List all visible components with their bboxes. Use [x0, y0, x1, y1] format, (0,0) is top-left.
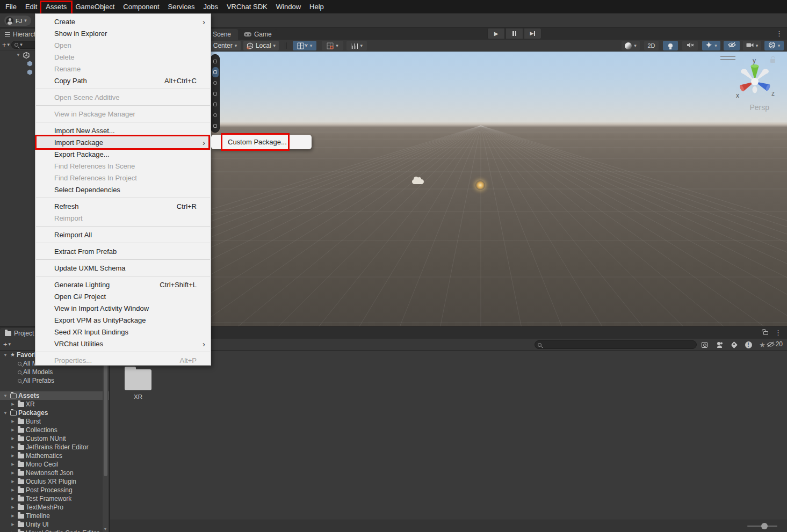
open-in-search-button[interactable]: [698, 340, 710, 349]
tree-item-all-models[interactable]: All Models: [0, 368, 109, 376]
tree-item-all-prefabs[interactable]: All Prefabs: [0, 376, 109, 385]
audio-toggle[interactable]: [682, 41, 698, 50]
project-content-area[interactable]: XR: [110, 351, 787, 520]
tool-orientation-button[interactable]: Local ▾: [243, 41, 279, 50]
collapsed-arrow-icon[interactable]: ▶: [10, 488, 16, 492]
tree-item-oculus-xr-plugin[interactable]: ▶Oculus XR Plugin: [0, 477, 109, 486]
menu-item-show-in-explorer[interactable]: Show in Explorer: [35, 27, 211, 39]
tool-pivot-button[interactable]: Center ▾: [210, 41, 241, 50]
scene-lighting-toggle[interactable]: [663, 41, 678, 50]
cloud-gizmo-icon[interactable]: [412, 179, 424, 184]
menubar-item-component[interactable]: Component: [119, 0, 163, 13]
folder-item-xr[interactable]: XR: [121, 369, 155, 400]
filter-by-label-button[interactable]: [728, 340, 740, 349]
menu-item-import-new-asset[interactable]: Import New Asset...: [35, 125, 211, 136]
menu-item-open-c-project[interactable]: Open C# Project: [35, 290, 211, 302]
scrollbar-down-arrow[interactable]: ▼: [103, 527, 108, 531]
collapsed-arrow-icon[interactable]: ▶: [10, 522, 16, 527]
project-menu-button[interactable]: ⋮: [775, 329, 782, 337]
menubar-item-help[interactable]: Help: [305, 0, 328, 13]
menu-item-select-dependencies[interactable]: Select Dependencies: [35, 184, 211, 195]
menubar-item-gameobject[interactable]: GameObject: [71, 0, 119, 13]
tab-scene[interactable]: Scene: [208, 29, 238, 40]
pause-button[interactable]: [506, 28, 523, 39]
menu-item-create[interactable]: Create›: [35, 16, 211, 27]
menu-item-reimport-all[interactable]: Reimport All: [35, 229, 211, 241]
gizmo-center[interactable]: [751, 78, 759, 85]
hidden-packages-toggle[interactable]: 20: [767, 340, 783, 348]
slider-knob[interactable]: [761, 523, 768, 529]
hierarchy-create-button[interactable]: + ▾: [2, 41, 10, 49]
menubar-item-window[interactable]: Window: [272, 0, 305, 13]
effects-toggle[interactable]: ▾: [702, 41, 720, 50]
import-package-submenu[interactable]: Custom Package...: [211, 135, 312, 149]
collapsed-arrow-icon[interactable]: ▶: [10, 428, 16, 432]
menubar-item-jobs[interactable]: Jobs: [199, 0, 222, 13]
collapsed-arrow-icon[interactable]: ▶: [10, 497, 16, 501]
tree-item-burst[interactable]: ▶Burst: [0, 417, 109, 426]
tree-item-collections[interactable]: ▶Collections: [0, 426, 109, 434]
scene-visibility-toggle[interactable]: [724, 41, 740, 50]
menu-item-view-in-import-activity-window[interactable]: View in Import Activity Window: [35, 302, 211, 314]
grid-snapping-button[interactable]: ▾: [322, 41, 343, 50]
tree-item-unity-ui[interactable]: ▶Unity UI: [0, 520, 109, 529]
menu-item-extract-from-prefab[interactable]: Extract From Prefab: [35, 245, 211, 257]
project-search[interactable]: [535, 340, 697, 349]
tree-item-xr[interactable]: ▶XR: [0, 400, 109, 409]
menu-item-custom-package[interactable]: Custom Package...: [228, 138, 287, 146]
scale-tool-button[interactable]: [212, 89, 219, 99]
expanded-arrow-icon[interactable]: ▼: [15, 53, 21, 57]
filter-by-type-button[interactable]: [713, 340, 725, 349]
collapsed-arrow-icon[interactable]: ▶: [10, 402, 16, 406]
collapsed-arrow-icon[interactable]: ▶: [10, 419, 16, 424]
collapsed-arrow-icon[interactable]: ▶: [10, 454, 16, 458]
menubar-item-assets[interactable]: Assets: [41, 0, 71, 13]
menu-item-copy-path[interactable]: Copy PathAlt+Ctrl+C: [35, 75, 211, 86]
collapsed-arrow-icon[interactable]: ▶: [10, 505, 16, 509]
tab-game[interactable]: Game: [239, 29, 277, 40]
rect-tool-button[interactable]: [212, 99, 219, 110]
grid-visibility-button[interactable]: Y ▾: [293, 41, 316, 50]
menu-item-import-package[interactable]: Import Package›: [35, 136, 211, 148]
view-tool-button[interactable]: [212, 56, 219, 67]
menubar-item-vrchat-sdk[interactable]: VRChat SDK: [222, 0, 272, 13]
rotate-tool-button[interactable]: [212, 78, 219, 88]
expanded-arrow-icon[interactable]: ▼: [2, 393, 9, 398]
tree-item-test-framework[interactable]: ▶Test Framework: [0, 494, 109, 503]
menu-item-vrchat-utilities[interactable]: VRChat Utilities›: [35, 338, 211, 349]
project-search-input[interactable]: [543, 341, 694, 348]
project-create-button[interactable]: + ▾: [3, 340, 11, 348]
tree-item-packages[interactable]: ▼Packages: [0, 409, 109, 417]
account-button[interactable]: FJ ▾: [4, 16, 31, 26]
tree-item-mathematics[interactable]: ▶Mathematics: [0, 451, 109, 460]
collapsed-arrow-icon[interactable]: ▶: [10, 514, 16, 518]
custom-tool-button[interactable]: [212, 121, 219, 131]
menubar-item-edit[interactable]: Edit: [21, 0, 41, 13]
orientation-gizmo[interactable]: y x z: [725, 57, 784, 111]
tree-item-jetbrains-rider-editor[interactable]: ▶JetBrains Rider Editor: [0, 443, 109, 451]
directional-light-gizmo-icon[interactable]: [475, 180, 485, 190]
menubar-item-file[interactable]: File: [1, 0, 21, 13]
thumbnail-size-slider[interactable]: [747, 526, 777, 527]
expanded-arrow-icon[interactable]: ▼: [2, 411, 9, 416]
2d-toggle-button[interactable]: 2D: [644, 41, 659, 50]
scene-tab-menu-button[interactable]: ⋮: [776, 30, 783, 38]
tree-scrollbar[interactable]: ▼: [103, 351, 108, 532]
tree-item-assets[interactable]: ▼Assets: [0, 391, 109, 400]
collapsed-arrow-icon[interactable]: ▶: [10, 471, 16, 475]
tree-item-mono-cecil[interactable]: ▶Mono Cecil: [0, 460, 109, 469]
menu-item-refresh[interactable]: RefreshCtrl+R: [35, 200, 211, 212]
menubar-item-services[interactable]: Services: [164, 0, 199, 13]
menu-item-export-vpm-as-unitypackage[interactable]: Export VPM as UnityPackage: [35, 314, 211, 326]
expanded-arrow-icon[interactable]: ▼: [2, 353, 9, 358]
log-type-filter-button[interactable]: !: [742, 340, 754, 349]
tree-item-post-processing[interactable]: ▶Post Processing: [0, 486, 109, 494]
shading-mode-button[interactable]: ▾: [622, 41, 640, 50]
increment-snap-button[interactable]: ▾: [346, 41, 367, 50]
tree-item-newtonsoft-json[interactable]: ▶Newtonsoft Json: [0, 469, 109, 477]
transform-tool-button[interactable]: [212, 110, 219, 120]
collapsed-arrow-icon[interactable]: ▶: [10, 479, 16, 484]
scrollbar-thumb[interactable]: [104, 352, 107, 476]
scene-viewport[interactable]: y x z Persp: [208, 52, 787, 326]
collapsed-arrow-icon[interactable]: ▶: [10, 462, 16, 467]
